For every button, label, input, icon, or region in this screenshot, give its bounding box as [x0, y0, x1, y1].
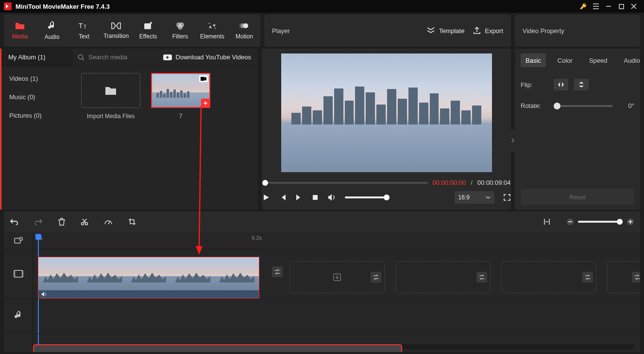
- zoom-out-button[interactable]: [566, 218, 574, 226]
- media-thumbnail[interactable]: + 7: [151, 73, 210, 120]
- panel-collapse-toggle[interactable]: [510, 129, 516, 152]
- video-track-header[interactable]: [4, 249, 33, 298]
- prop-tab-basic[interactable]: Basic: [521, 53, 546, 67]
- search-input[interactable]: Search media: [73, 49, 163, 66]
- fit-timeline-icon[interactable]: [543, 218, 551, 226]
- add-track-button[interactable]: [4, 232, 33, 249]
- volume-icon[interactable]: [327, 194, 336, 201]
- svg-rect-25: [21, 270, 23, 277]
- next-frame-button[interactable]: [295, 194, 303, 201]
- speed-button[interactable]: [104, 218, 113, 225]
- svg-point-8: [209, 23, 210, 24]
- media-sidebar: Videos (1) Music (0) Pictures (0): [1, 66, 74, 210]
- player-seek-bar[interactable]: 00:00:00:00 / 00:00:09:04: [262, 179, 511, 186]
- ribbon-tab-filters[interactable]: Filters: [164, 16, 196, 46]
- sidebar-item-music[interactable]: Music (0): [1, 88, 74, 106]
- svg-text:T: T: [84, 24, 86, 30]
- sidebar-item-pictures[interactable]: Pictures (0): [1, 106, 74, 124]
- ribbon-tab-text[interactable]: TT Text: [68, 16, 100, 46]
- svg-rect-0: [619, 4, 624, 9]
- export-button[interactable]: Export: [473, 27, 503, 35]
- aspect-ratio-select[interactable]: 16:9: [455, 191, 494, 204]
- ribbon-tab-motion[interactable]: Motion: [228, 16, 260, 46]
- ribbon-tab-effects[interactable]: Effects: [132, 16, 164, 46]
- window-close-button[interactable]: [627, 0, 640, 13]
- svg-point-7: [178, 25, 183, 30]
- svg-point-18: [85, 223, 88, 225]
- album-tab[interactable]: My Album (1): [1, 49, 73, 66]
- crop-button[interactable]: [128, 218, 136, 226]
- prop-tab-speed[interactable]: Speed: [584, 53, 612, 67]
- album-tab-label: My Album (1): [8, 53, 46, 61]
- download-youtube-button[interactable]: Download YouTube Videos: [163, 49, 258, 66]
- hamburger-menu-icon[interactable]: [590, 0, 602, 13]
- ribbon-tab-elements[interactable]: Elements: [196, 16, 228, 46]
- property-header-label: Video Property: [523, 27, 564, 35]
- search-placeholder: Search media: [88, 53, 127, 61]
- redo-button[interactable]: [34, 218, 43, 225]
- app-logo-icon: [4, 2, 12, 10]
- reset-button[interactable]: Reset: [521, 189, 634, 205]
- rotate-slider[interactable]: [554, 105, 613, 107]
- split-button[interactable]: [81, 218, 88, 226]
- fullscreen-button[interactable]: [503, 194, 511, 201]
- svg-point-13: [79, 54, 83, 59]
- transition-slot-icon[interactable]: [371, 272, 381, 283]
- svg-rect-24: [14, 270, 16, 277]
- undo-button[interactable]: [10, 218, 18, 225]
- ribbon-tab-transition[interactable]: Transition: [100, 16, 132, 46]
- prop-tab-label: Speed: [589, 57, 608, 64]
- property-panel: Basic Color Speed Audio Flip: Rotate: 0°…: [515, 49, 640, 210]
- aspect-ratio-value: 16:9: [458, 194, 470, 201]
- sidebar-item-label: Videos (1): [9, 75, 38, 82]
- flip-horizontal-button[interactable]: [554, 79, 568, 90]
- timeline[interactable]: 0s 9.2s: [4, 232, 640, 352]
- ribbon-tab-label: Elements: [200, 33, 224, 40]
- prop-tab-color[interactable]: Color: [553, 53, 577, 67]
- zoom-in-button[interactable]: [627, 218, 634, 226]
- audio-track[interactable]: [33, 305, 640, 334]
- chevron-down-icon: [486, 196, 491, 199]
- prop-tab-audio[interactable]: Audio: [619, 53, 644, 67]
- empty-clip-slot[interactable]: [289, 261, 385, 293]
- svg-point-4: [150, 22, 152, 24]
- ribbon-tab-media[interactable]: Media: [4, 16, 36, 46]
- transition-slot-icon[interactable]: [270, 261, 285, 293]
- sidebar-item-videos[interactable]: Videos (1): [1, 69, 74, 88]
- volume-slider[interactable]: [345, 196, 390, 198]
- transition-slot-icon[interactable]: [476, 272, 487, 283]
- play-button[interactable]: [262, 194, 270, 201]
- timeline-ruler[interactable]: 0s 9.2s: [33, 232, 640, 249]
- title-bar: MiniTool MovieMaker Free 7.4.3: [0, 0, 644, 13]
- property-header-bar: Video Property: [515, 15, 640, 47]
- ribbon-tab-audio[interactable]: Audio: [36, 16, 68, 46]
- empty-clip-slot[interactable]: [501, 261, 596, 293]
- youtube-icon: [163, 54, 172, 60]
- delete-button[interactable]: [58, 218, 65, 226]
- download-youtube-label: Download YouTube Videos: [176, 53, 251, 61]
- prev-frame-button[interactable]: [279, 194, 287, 201]
- download-clip-icon: [333, 273, 341, 282]
- flip-vertical-button[interactable]: [574, 79, 589, 90]
- import-media-card[interactable]: Import Media Files: [81, 73, 140, 120]
- window-maximize-button[interactable]: [615, 0, 627, 13]
- zoom-slider[interactable]: [578, 221, 623, 223]
- add-to-timeline-icon[interactable]: +: [201, 99, 210, 107]
- transition-slot-icon[interactable]: [632, 272, 640, 283]
- key-icon[interactable]: [577, 0, 590, 13]
- template-button[interactable]: Template: [426, 27, 465, 35]
- transition-slot-icon[interactable]: [582, 272, 593, 283]
- empty-clip-slot[interactable]: [607, 261, 640, 293]
- video-type-icon: [199, 75, 208, 82]
- current-time: 00:00:00:00: [433, 179, 466, 186]
- audio-track-header[interactable]: [4, 298, 33, 332]
- player-preview[interactable]: [281, 53, 492, 172]
- timeline-scrollbar[interactable]: [33, 344, 634, 349]
- video-track[interactable]: [33, 255, 640, 299]
- rotate-label: Rotate:: [521, 102, 548, 109]
- empty-clip-slot[interactable]: [395, 261, 491, 293]
- app-title: MiniTool MovieMaker Free 7.4.3: [16, 3, 110, 10]
- window-minimize-button[interactable]: [602, 0, 615, 13]
- stop-button[interactable]: [312, 194, 319, 201]
- timeline-clip[interactable]: [38, 257, 259, 299]
